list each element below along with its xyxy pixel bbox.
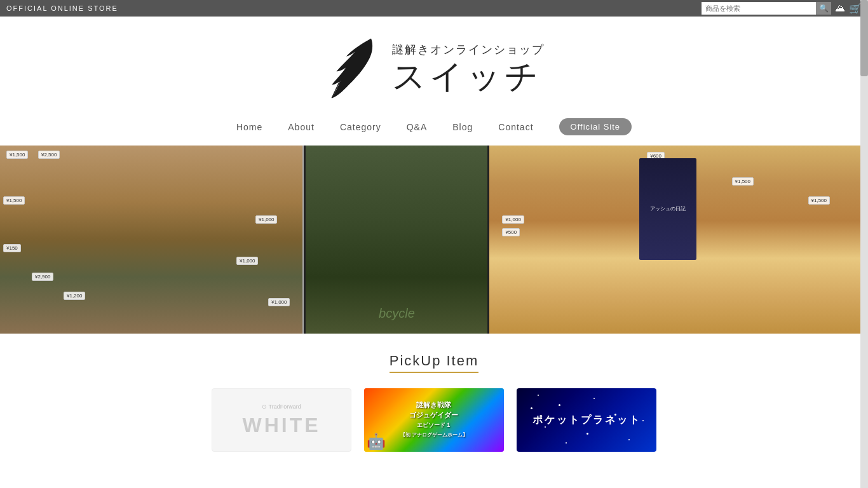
price-label: ¥2,900 bbox=[32, 273, 53, 281]
pickup-section: PickUp Item ⊙ TradForward WHITE 謎解き戦隊ゴジュ… bbox=[0, 334, 868, 464]
nav-item-official[interactable]: Official Site bbox=[559, 118, 632, 135]
price-label: ¥150 bbox=[3, 244, 21, 252]
shelf-middle: bcycle bbox=[304, 146, 489, 334]
price-label: ¥1,500 bbox=[808, 196, 830, 205]
hero-inner: ¥1,500 ¥2,500 ¥1,500 ¥150 ¥1,000 ¥2,900 … bbox=[0, 146, 868, 334]
product-space-title: ポケットプラネット bbox=[532, 414, 641, 427]
scrollbar-thumb[interactable] bbox=[860, 0, 868, 76]
product-image-white: ⊙ TradForward WHITE bbox=[212, 388, 351, 452]
logo-subtitle: 謎解きオンラインショップ bbox=[392, 42, 545, 57]
price-label: ¥500 bbox=[502, 228, 520, 236]
logo-text-area: 謎解きオンラインショップ スイッチ bbox=[392, 42, 545, 93]
store-label: OFFICIAL ONLINE STORE bbox=[6, 4, 118, 12]
product-colorful-title: 謎解き戦隊ゴジュゲイダーエピソード１【初 アナログゲームホーム】 bbox=[398, 398, 470, 442]
top-bar-right: 🔍 ⛰ 🛒 bbox=[702, 2, 862, 15]
scrollbar[interactable] bbox=[860, 0, 868, 464]
price-label: ¥1,000 bbox=[236, 257, 258, 265]
search-icon: 🔍 bbox=[819, 4, 829, 13]
product-image-space: ポケットプラネット bbox=[517, 388, 656, 452]
cart-icon[interactable]: 🛒 bbox=[849, 3, 862, 15]
hero-banner: ¥1,500 ¥2,500 ¥1,500 ¥150 ¥1,000 ¥2,900 … bbox=[0, 146, 868, 334]
price-label: ¥1,000 bbox=[268, 298, 290, 306]
tradforward-logo: ⊙ TradForward bbox=[262, 403, 301, 410]
price-label: ¥1,000 bbox=[255, 215, 277, 224]
price-label: ¥1,500 bbox=[3, 196, 25, 205]
search-input[interactable] bbox=[702, 2, 816, 15]
product-image-colorful: 謎解き戦隊ゴジュゲイダーエピソード１【初 アナログゲームホーム】 🤖 bbox=[364, 388, 504, 452]
nav-item-qa[interactable]: Q&A bbox=[407, 122, 428, 132]
price-label: ¥1,000 bbox=[502, 215, 524, 224]
person-icon[interactable]: ⛰ bbox=[835, 3, 845, 14]
product-grid: ⊙ TradForward WHITE 謎解き戦隊ゴジュゲイダーエピソード１【初… bbox=[0, 388, 868, 452]
shelf-left: ¥1,500 ¥2,500 ¥1,500 ¥150 ¥1,000 ¥2,900 … bbox=[0, 146, 304, 334]
product-card-space[interactable]: ポケットプラネット bbox=[517, 388, 656, 452]
nav: Home About Category Q&A Blog Contact Off… bbox=[0, 112, 868, 146]
price-label: ¥1,200 bbox=[64, 292, 85, 300]
product-white-title: WHITE bbox=[242, 414, 320, 437]
product-card-colorful[interactable]: 謎解き戦隊ゴジュゲイダーエピソード１【初 アナログゲームホーム】 🤖 bbox=[364, 388, 504, 452]
search-form: 🔍 bbox=[702, 2, 831, 15]
product-book-dark: アッシュの日記 bbox=[639, 158, 696, 260]
nav-item-about[interactable]: About bbox=[288, 122, 315, 132]
price-label: ¥1,500 bbox=[6, 151, 28, 159]
nav-item-blog[interactable]: Blog bbox=[452, 122, 473, 132]
nav-item-home[interactable]: Home bbox=[236, 122, 262, 132]
logo-feather-icon bbox=[323, 36, 381, 99]
top-bar: OFFICIAL ONLINE STORE 🔍 ⛰ 🛒 bbox=[0, 0, 868, 17]
header: 謎解きオンラインショップ スイッチ bbox=[0, 17, 868, 112]
price-label: ¥2,500 bbox=[38, 151, 60, 159]
nav-item-category[interactable]: Category bbox=[340, 122, 381, 132]
pickup-title: PickUp Item bbox=[390, 353, 479, 373]
shelf-right: ¥600 ¥1,000 ¥500 ¥1,500 ¥1,500 アッシュの日記 bbox=[489, 146, 868, 334]
price-label: ¥1,500 bbox=[732, 177, 754, 186]
robot-icon: 🤖 bbox=[367, 433, 386, 451]
search-button[interactable]: 🔍 bbox=[816, 2, 831, 15]
logo-area: 謎解きオンラインショップ スイッチ bbox=[323, 36, 545, 99]
bcycle-text: bcycle bbox=[306, 306, 487, 321]
product-card-white[interactable]: ⊙ TradForward WHITE bbox=[212, 388, 351, 452]
logo-title: スイッチ bbox=[392, 60, 545, 93]
nav-item-contact[interactable]: Contact bbox=[498, 122, 533, 132]
book-text: アッシュの日記 bbox=[650, 205, 686, 212]
